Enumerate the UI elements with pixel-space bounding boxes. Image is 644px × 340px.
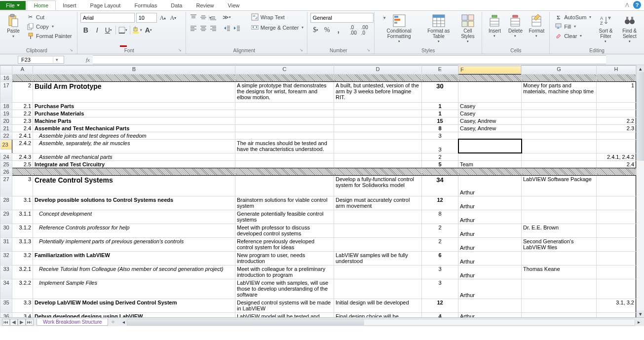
align-center-button[interactable] [199,24,208,33]
vertical-scrollbar[interactable]: ▴ ▾ [636,65,644,317]
paste-button[interactable]: Paste▾ [4,13,23,39]
decrease-indent-button[interactable] [223,24,231,33]
fx-icon[interactable]: fx [86,57,90,63]
fill-button[interactable]: Fill▾ [553,22,593,31]
horizontal-scrollbar[interactable]: ◂ ▸ [127,319,635,326]
align-left-button[interactable] [189,24,198,33]
wrap-text-button[interactable]: abWrap Text [249,13,306,21]
increase-decimal-button[interactable]: .0.00 [348,25,359,36]
format-painter-button[interactable]: Format Painter [25,32,74,40]
binoculars-icon [623,14,637,28]
hscroll-thumb[interactable] [127,319,364,325]
find-select-button[interactable]: Find & Select▾ [618,13,641,44]
tab-formulas[interactable]: Formulas [127,1,164,10]
percent-button[interactable]: % [322,25,333,36]
row-33[interactable]: 333.2.1Receive Tutorial from Colleague (… [0,265,636,279]
scroll-up-arrow[interactable]: ▴ [637,65,644,72]
minimize-ribbon-icon[interactable]: ᐱ [625,2,629,8]
col-header-d[interactable]: D [334,66,422,75]
new-sheet-button[interactable]: ✧ [111,319,115,325]
comma-button[interactable]: , [333,25,344,36]
col-header-c[interactable]: C [235,66,334,75]
font-color-button[interactable]: A▾ [143,25,154,36]
col-header-h[interactable]: H [597,66,636,75]
decrease-decimal-button[interactable]: .00.0 [359,25,370,36]
row-32[interactable]: 323.2Familiarization with LabVIEWNew pro… [0,251,636,265]
row-31[interactable]: 313.1.3Potentially implement parts of pr… [0,237,636,251]
grow-font-button[interactable]: A▴ [158,13,167,22]
number-format-select[interactable]: ▾ [310,13,374,23]
row-23[interactable]: 232.4.2Assemble, separately, the air mus… [0,139,636,153]
tab-insert[interactable]: Insert [56,1,83,10]
cut-button[interactable]: ✂Cut [25,13,74,21]
scroll-down-arrow[interactable]: ▾ [637,310,644,317]
svg-rect-2 [12,19,18,27]
tab-view[interactable]: View [221,1,247,10]
worksheet-grid[interactable]: A B C D E F G H 16 172Build Arm Prototyp… [0,65,644,326]
row-29[interactable]: 293.1.1Concept developmentGenerate poten… [0,210,636,224]
tab-file[interactable]: File [0,1,26,10]
border-button[interactable]: ▾ [117,25,128,36]
sheet-tab-active[interactable]: Work Breakdown Structure [37,319,108,326]
tab-home[interactable]: Home [27,0,56,10]
cell-styles-button[interactable]: Cell Styles▾ [456,13,479,44]
copy-button[interactable]: Copy▾ [25,22,74,31]
align-right-button[interactable] [209,24,218,33]
sort-filter-button[interactable]: AZSort & Filter▾ [595,13,616,44]
row-19[interactable]: 192.2Purchase Materials1Casey [0,110,636,117]
col-header-g[interactable]: G [522,66,597,75]
row-28[interactable]: 283.1Develop possible solutions to Contr… [0,196,636,210]
row-25[interactable]: 252.5Integrate and Test Circuitry5Team2.… [0,160,636,168]
scroll-right-arrow[interactable]: ▸ [635,319,642,325]
tab-page-layout[interactable]: Page Layout [83,1,128,10]
name-box[interactable]: ▾ [18,56,64,64]
sheet-nav-last[interactable]: ⏭ [26,319,34,326]
italic-button[interactable]: I [92,25,103,36]
delete-cells-button[interactable]: Delete▾ [506,13,525,39]
underline-button[interactable]: U▾ [103,25,114,36]
font-name-select[interactable]: ▾ [80,13,135,23]
sheet-nav-first[interactable]: ⏮ [2,319,10,326]
fill-color-button[interactable]: ▾ [132,25,143,36]
align-bottom-button[interactable] [209,13,218,22]
tab-data[interactable]: Data [164,1,189,10]
format-as-table-button[interactable]: Format as Table▾ [422,13,455,44]
col-header-f[interactable]: F [458,66,521,74]
insert-cells-button[interactable]: Insert▾ [485,13,504,39]
row-22[interactable]: 222.4.1Assemble joints and test degrees … [0,132,636,139]
row-24[interactable]: 242.4.3Assemble all mechanical parts22.4… [0,153,636,160]
row-35[interactable]: 353.3Develop LabVIEW Model using Derived… [0,299,636,312]
scroll-left-arrow[interactable]: ◂ [120,319,127,325]
sheet-nav-next[interactable]: ▶ [18,319,26,326]
row-34[interactable]: 343.2.2Implement Sample FilesLabVIEW com… [0,279,636,299]
clear-button[interactable]: Clear▾ [553,32,593,40]
align-middle-button[interactable] [199,13,208,22]
orientation-button[interactable]: ≫▾ [223,13,231,22]
row-27[interactable]: 273Create Control SystemsDevelop a fully… [0,175,636,196]
select-all-corner[interactable] [0,66,12,75]
bold-button[interactable]: B [80,25,91,36]
row-30[interactable]: 303.1.2Reference Controls professor for … [0,224,636,237]
col-header-b[interactable]: B [33,66,235,75]
col-header-e[interactable]: E [422,66,458,75]
row-17[interactable]: 172Build Arm PrototypeA simple prototype… [0,81,636,102]
col-header-a[interactable]: A [12,66,33,75]
autosum-button[interactable]: ΣAutoSum▾ [553,13,593,21]
row-20[interactable]: 202.3Machine Parts15Casey, Andrew2.2 [0,117,636,124]
format-cells-button[interactable]: Format▾ [527,13,546,39]
active-cell[interactable] [458,139,522,153]
currency-button[interactable]: $▾ [310,25,321,36]
conditional-formatting-button[interactable]: Conditional Formatting▾ [378,13,421,44]
font-size-select[interactable]: ▾ [136,13,157,23]
shrink-font-button[interactable]: A▾ [169,13,178,22]
row-21[interactable]: 212.4Assemble and Test Mechanical Parts8… [0,124,636,132]
increase-indent-button[interactable] [232,24,241,33]
formula-bar[interactable] [93,55,606,64]
help-icon[interactable]: ? [633,1,641,9]
tab-review[interactable]: Review [189,1,221,10]
align-top-button[interactable] [189,13,198,22]
merge-center-button[interactable]: Merge & Center▾ [249,23,306,32]
sheet-nav-prev[interactable]: ◀ [10,319,18,326]
row-18[interactable]: 182.1Purchase Parts1Casey [0,102,636,110]
vscroll-thumb[interactable] [637,72,644,161]
